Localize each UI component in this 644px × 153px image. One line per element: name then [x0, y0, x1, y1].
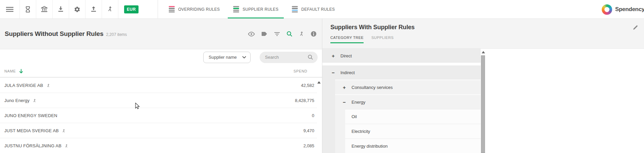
table-row[interactable]: Juno Energy 8,428,775	[0, 93, 317, 108]
tab-overriding-rules[interactable]: OVERRIDING RULES	[162, 0, 226, 18]
column-header-spend[interactable]: SPEND	[293, 69, 322, 73]
merge-icon[interactable]	[62, 129, 66, 133]
merge-icon[interactable]	[33, 99, 37, 103]
left-panel-title: Suppliers Without Supplier Rules	[5, 30, 103, 38]
search-icon[interactable]	[286, 31, 292, 37]
collapse-minus-icon[interactable]: −	[342, 99, 347, 105]
edit-pencil-icon[interactable]	[633, 24, 638, 30]
chevron-down-icon	[242, 56, 246, 59]
download-button[interactable]	[53, 0, 69, 18]
default-rules-icon	[292, 6, 298, 12]
brand-logo: Spendency	[602, 0, 644, 19]
table-row[interactable]: JUST MEDIA SVERIGE AB 9,470	[0, 123, 317, 138]
table-row[interactable]: JUNO ENERGY SWEDEN 0	[0, 108, 317, 123]
tree-node-oil[interactable]: Oil	[345, 109, 481, 124]
tree-node-energy[interactable]: − Energy	[335, 94, 481, 109]
eye-icon[interactable]	[248, 32, 255, 37]
upload-icon	[91, 6, 97, 12]
supplier-rules-icon	[233, 6, 239, 12]
tree-node-label: Energy distribution	[352, 144, 388, 149]
expand-plus-icon[interactable]: +	[342, 85, 347, 90]
merge-suppliers-button[interactable]	[102, 0, 118, 18]
supplier-spend: 8,428,775	[295, 98, 314, 103]
supplier-name: JUSTNU FÖRSÄLJNING AB	[4, 143, 61, 148]
tree-scrollbar[interactable]	[481, 49, 486, 153]
supplier-spend: 42,582	[301, 83, 314, 88]
tree-node-label: Energy	[352, 100, 365, 105]
toolbar-divider	[158, 0, 158, 18]
upload-button[interactable]	[86, 0, 102, 18]
tree-node-label: Electricity	[352, 129, 370, 134]
search-placeholder: Search	[265, 55, 308, 60]
tree-node-label: Indirect	[340, 70, 355, 75]
supplier-spend: 2,085	[303, 143, 314, 148]
search-input[interactable]: Search	[260, 52, 318, 63]
right-panel-title: Suppliers With Supplier Rules	[330, 24, 637, 31]
overriding-rules-icon	[169, 6, 175, 12]
tag-icon[interactable]	[261, 32, 268, 36]
merge-icon	[107, 6, 113, 12]
suppliers-with-rules-panel: Suppliers With Supplier Rules CATEGORY T…	[322, 19, 644, 153]
tree-node-label: Consultancy services	[352, 85, 393, 90]
tab-suppliers[interactable]: SUPPLIERS	[371, 36, 393, 43]
history-button[interactable]	[20, 0, 36, 18]
spendency-ring-icon	[602, 4, 612, 15]
supplier-name: JUST MEDIA SVERIGE AB	[4, 128, 59, 133]
search-field-dropdown[interactable]: Supplier name	[203, 52, 251, 63]
tree-node-energy-distribution[interactable]: Energy distribution	[345, 139, 481, 153]
tree-node-indirect[interactable]: − Indirect	[322, 65, 481, 80]
dropdown-selected-value: Supplier name	[209, 55, 242, 60]
menu-button[interactable]	[0, 0, 20, 18]
table-header: NAME SPEND	[0, 65, 322, 78]
supplier-table: JULA SVERIGE AB 42,582 Juno Energy 8,428…	[0, 78, 317, 153]
supplier-spend: 0	[312, 113, 314, 118]
tree-node-electricity[interactable]: Electricity	[345, 124, 481, 139]
suppliers-without-rules-panel: Suppliers Without Supplier Rules 2,207 i…	[0, 19, 322, 153]
table-scroll-up-button[interactable]	[317, 81, 321, 84]
filter-icon[interactable]	[274, 32, 280, 36]
column-header-name[interactable]: NAME	[4, 69, 16, 73]
settings-button[interactable]	[69, 0, 86, 18]
merge-icon[interactable]	[46, 84, 50, 88]
collapse-minus-icon[interactable]: −	[331, 70, 336, 75]
sort-descending-icon[interactable]	[19, 69, 23, 74]
supplier-name: JUNO ENERGY SWEDEN	[4, 113, 57, 118]
tree-scrollbar-thumb[interactable]	[481, 55, 485, 153]
category-tree: + Direct − Indirect + Consultancy servic…	[322, 49, 486, 153]
info-icon[interactable]	[311, 31, 317, 37]
organization-button[interactable]	[36, 0, 53, 18]
right-panel-tabs: CATEGORY TREE SUPPLIERS	[330, 36, 637, 43]
download-icon	[58, 6, 64, 12]
table-controls: Supplier name Search	[0, 49, 322, 65]
left-panel-header: Suppliers Without Supplier Rules 2,207 i…	[0, 19, 322, 49]
items-count: 2,207 items	[106, 32, 127, 37]
right-panel-header: Suppliers With Supplier Rules CATEGORY T…	[322, 19, 644, 49]
rule-tabs: OVERRIDING RULES SUPPLIER RULES DEFAULT …	[162, 0, 341, 18]
tab-default-rules[interactable]: DEFAULT RULES	[285, 0, 341, 18]
hourglass-icon	[25, 6, 31, 13]
expand-plus-icon[interactable]: +	[331, 53, 336, 59]
tree-node-direct[interactable]: + Direct	[322, 49, 481, 63]
tab-category-tree[interactable]: CATEGORY TREE	[330, 36, 364, 43]
supplier-name: JULA SVERIGE AB	[4, 83, 43, 88]
tree-node-consultancy-services[interactable]: + Consultancy services	[335, 80, 481, 94]
top-toolbar: EUR OVERRIDING RULES SUPPLIER RULES DEFA…	[0, 0, 644, 19]
table-row[interactable]: JUSTNU FÖRSÄLJNING AB 2,085	[0, 138, 317, 153]
hamburger-icon	[6, 7, 13, 12]
merge-icon[interactable]	[299, 31, 304, 37]
tree-scroll-up-button[interactable]	[482, 51, 485, 53]
tree-node-label: Oil	[352, 114, 357, 119]
settings-gear-icon	[74, 6, 80, 13]
tree-node-label: Direct	[340, 53, 352, 58]
currency-button[interactable]: EUR	[124, 5, 139, 13]
supplier-name: Juno Energy	[4, 98, 30, 103]
merge-icon[interactable]	[64, 144, 68, 148]
supplier-spend: 9,470	[303, 128, 314, 133]
search-magnifier-icon	[308, 54, 313, 60]
bank-icon	[41, 6, 48, 13]
tab-supplier-rules[interactable]: SUPPLIER RULES	[226, 0, 285, 18]
brand-name: Spendency	[615, 6, 644, 13]
table-row[interactable]: JULA SVERIGE AB 42,582	[0, 78, 317, 93]
